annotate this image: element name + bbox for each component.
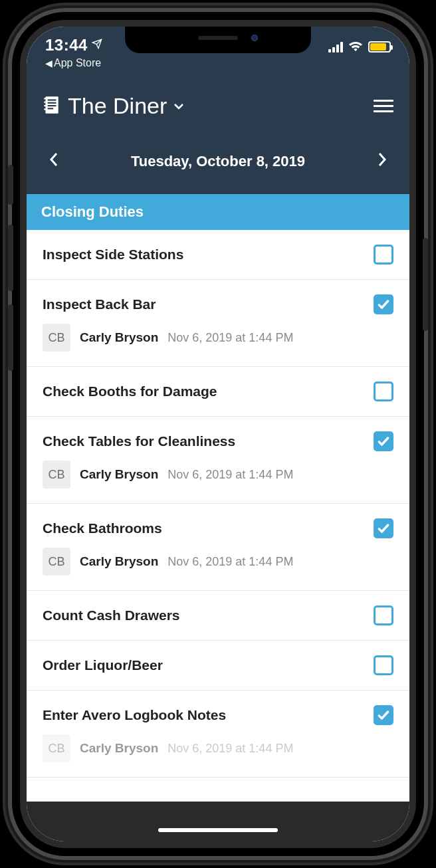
- avatar: CB: [43, 734, 70, 762]
- back-caret-icon: ◀: [45, 58, 53, 68]
- avatar: CB: [43, 324, 70, 352]
- task-checkbox[interactable]: [374, 705, 393, 725]
- battery-icon: [368, 41, 391, 53]
- prev-day-button[interactable]: [43, 147, 65, 175]
- completed-by-name: Carly Bryson: [80, 554, 158, 569]
- cellular-signal-icon: [328, 42, 343, 53]
- task-checkbox[interactable]: [374, 294, 393, 314]
- status-time: 13:44: [45, 36, 102, 54]
- location-name: The Diner: [68, 93, 167, 119]
- task-checkbox[interactable]: [374, 245, 393, 265]
- back-app-label: App Store: [54, 57, 101, 69]
- task-item[interactable]: Count Cash Drawers: [27, 591, 409, 641]
- task-item[interactable]: Check Booths for Damage: [27, 367, 409, 417]
- svg-rect-5: [44, 98, 46, 99]
- next-day-button[interactable]: [371, 147, 393, 175]
- task-item[interactable]: Check Tables for CleanlinessCBCarly Brys…: [27, 417, 409, 504]
- task-checkbox[interactable]: [374, 655, 393, 675]
- completed-by-name: Carly Bryson: [80, 741, 158, 756]
- svg-rect-3: [48, 105, 56, 106]
- task-list: Inspect Side StationsInspect Back BarCBC…: [27, 230, 409, 778]
- task-title: Enter Avero Logbook Notes: [43, 707, 226, 723]
- task-title: Check Tables for Cleanliness: [43, 433, 235, 449]
- task-title: Check Booths for Damage: [43, 383, 217, 399]
- task-item[interactable]: Inspect Side Stations: [27, 230, 409, 280]
- task-checkbox[interactable]: [374, 381, 393, 401]
- task-item[interactable]: Order Liquor/Beer: [27, 641, 409, 691]
- task-item[interactable]: Enter Avero Logbook NotesCBCarly BrysonN…: [27, 691, 409, 778]
- task-completion-meta: CBCarly BrysonNov 6, 2019 at 1:44 PM: [43, 324, 393, 352]
- location-selector[interactable]: The Diner: [43, 93, 184, 119]
- task-title: Inspect Back Bar: [43, 296, 156, 312]
- menu-button[interactable]: [374, 100, 393, 112]
- current-date[interactable]: Tuesday, October 8, 2019: [131, 153, 305, 170]
- task-item[interactable]: Inspect Back BarCBCarly BrysonNov 6, 201…: [27, 280, 409, 367]
- svg-rect-8: [44, 108, 46, 110]
- svg-rect-4: [48, 108, 54, 109]
- completed-at-time: Nov 6, 2019 at 1:44 PM: [167, 742, 293, 756]
- location-icon: [92, 39, 102, 53]
- task-checkbox[interactable]: [374, 518, 393, 538]
- task-title: Inspect Side Stations: [43, 247, 183, 263]
- app-header: The Diner: [27, 86, 409, 135]
- chevron-down-icon: [173, 99, 184, 113]
- completed-at-time: Nov 6, 2019 at 1:44 PM: [167, 555, 293, 569]
- device-notch: [125, 27, 311, 53]
- wifi-icon: [348, 40, 363, 54]
- task-completion-meta: CBCarly BrysonNov 6, 2019 at 1:44 PM: [43, 461, 393, 488]
- home-indicator[interactable]: [158, 828, 278, 832]
- avatar: CB: [43, 548, 70, 576]
- bottom-bar: [27, 802, 409, 841]
- task-checkbox[interactable]: [374, 431, 393, 451]
- svg-rect-2: [48, 102, 56, 103]
- svg-rect-7: [44, 105, 46, 106]
- task-title: Check Bathrooms: [43, 520, 162, 536]
- date-navigation: Tuesday, October 8, 2019: [27, 135, 409, 194]
- svg-rect-6: [44, 101, 46, 102]
- section-header: Closing Duties: [27, 194, 409, 230]
- section-title: Closing Duties: [41, 203, 144, 220]
- task-title: Order Liquor/Beer: [43, 657, 163, 673]
- svg-rect-1: [48, 99, 56, 100]
- task-completion-meta: CBCarly BrysonNov 6, 2019 at 1:44 PM: [43, 734, 393, 762]
- task-item[interactable]: Check BathroomsCBCarly BrysonNov 6, 2019…: [27, 504, 409, 591]
- completed-by-name: Carly Bryson: [80, 330, 158, 345]
- completed-by-name: Carly Bryson: [80, 467, 158, 482]
- task-completion-meta: CBCarly BrysonNov 6, 2019 at 1:44 PM: [43, 548, 393, 576]
- logbook-icon: [43, 95, 60, 118]
- task-checkbox[interactable]: [374, 605, 393, 625]
- task-title: Count Cash Drawers: [43, 607, 180, 623]
- completed-at-time: Nov 6, 2019 at 1:44 PM: [167, 468, 293, 482]
- completed-at-time: Nov 6, 2019 at 1:44 PM: [167, 331, 293, 345]
- avatar: CB: [43, 461, 70, 488]
- back-to-app-store[interactable]: ◀ App Store: [45, 57, 102, 69]
